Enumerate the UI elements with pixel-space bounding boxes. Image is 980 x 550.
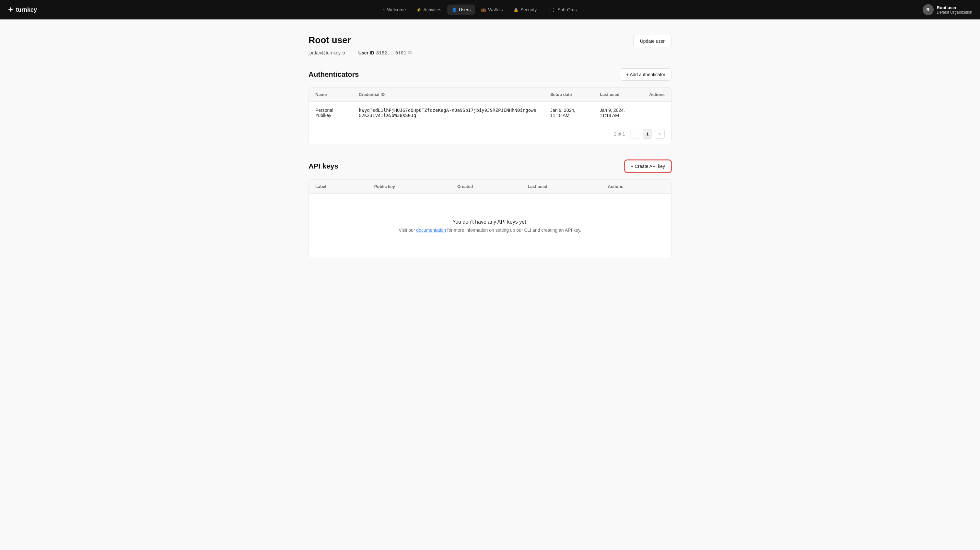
nav-items: ⌂ Welcome ⚡ Activities 👤 Users 💼 Wallets…: [47, 5, 912, 15]
col-setup-date: Setup date: [544, 87, 593, 102]
main-content: Root user Update user jordan@turnkey.io …: [296, 19, 684, 289]
api-keys-table-body: You don't have any API keys yet. Visit o…: [309, 194, 671, 258]
nav-label-activities: Activities: [423, 7, 441, 12]
auth-actions: [643, 102, 671, 124]
api-keys-title: API keys: [309, 162, 338, 170]
api-keys-empty-state: You don't have any API keys yet. Visit o…: [315, 200, 665, 252]
nav-label-security: Security: [520, 7, 537, 12]
col-actions: Actions: [643, 87, 671, 102]
auth-name: Personal Yubikey: [309, 102, 352, 124]
nav-item-welcome[interactable]: ⌂ Welcome: [378, 5, 410, 15]
avatar: R: [923, 4, 934, 15]
nav-item-wallets[interactable]: 💼 Wallets: [476, 5, 507, 15]
authenticators-section: Authenticators + Add authenticator Name …: [309, 68, 671, 144]
lock-icon: 🔒: [513, 8, 519, 12]
api-keys-table-container: Label Public key Created Last used Actio…: [309, 179, 671, 258]
copy-icon[interactable]: ⧉: [408, 50, 412, 56]
pagination-display: 1 of 1: [614, 131, 625, 137]
add-authenticator-button[interactable]: + Add authenticator: [620, 68, 671, 81]
col-last-used: Last used: [593, 87, 643, 102]
page-header: Root user Update user: [309, 35, 671, 47]
user-meta: jordan@turnkey.io User ID 8182...0f01 ⧉: [309, 50, 671, 56]
api-keys-section: API keys + Create API key Label Public k…: [309, 160, 671, 258]
user-id-value: 8182...0f01: [376, 50, 406, 56]
create-api-key-button[interactable]: + Create API key: [625, 160, 671, 173]
authenticators-header: Authenticators + Add authenticator: [309, 68, 671, 81]
col-name: Name: [309, 87, 352, 102]
col-actions: Actions: [601, 180, 671, 194]
pagination-prev-button[interactable]: ‹: [630, 129, 640, 139]
brand-icon: ✦: [8, 6, 13, 14]
authenticators-table: Name Credential ID Setup date Last used …: [309, 87, 671, 124]
auth-setup-date: Jan 9, 2024, 11:18 AM: [544, 102, 593, 124]
nav-item-security[interactable]: 🔒 Security: [509, 5, 541, 15]
col-label: Label: [309, 180, 368, 194]
user-org: Default Organization: [937, 10, 972, 14]
user-name: Root user: [937, 5, 972, 10]
nav-label-welcome: Welcome: [387, 7, 406, 12]
brand-name: turnkey: [16, 6, 37, 13]
api-keys-header: API keys + Create API key: [309, 160, 671, 173]
api-keys-empty-row: You don't have any API keys yet. Visit o…: [309, 194, 671, 258]
authenticators-table-container: Name Credential ID Setup date Last used …: [309, 87, 671, 144]
pagination-next-button[interactable]: ›: [655, 129, 665, 139]
user-menu[interactable]: R Root user Default Organization: [923, 4, 972, 15]
empty-state-title: You don't have any API keys yet.: [322, 219, 658, 225]
auth-last-used: Jan 9, 2024, 11:18 AM: [593, 102, 643, 124]
nav-label-suborgs: Sub-Orgs: [557, 7, 577, 12]
pagination-page-1-button[interactable]: 1: [643, 129, 652, 139]
page-title: Root user: [309, 35, 351, 45]
api-keys-table-header: Label Public key Created Last used Actio…: [309, 180, 671, 194]
user-id-block: User ID 8182...0f01 ⧉: [352, 50, 412, 56]
nav-item-users[interactable]: 👤 Users: [447, 5, 476, 15]
nav-label-wallets: Wallets: [488, 7, 503, 12]
nav-item-suborgs[interactable]: ⋮⋮ Sub-Orgs: [542, 5, 581, 15]
navbar: ✦ turnkey ⌂ Welcome ⚡ Activities 👤 Users…: [0, 0, 980, 19]
suborgs-icon: ⋮⋮: [547, 8, 555, 12]
update-user-button[interactable]: Update user: [633, 35, 671, 47]
home-icon: ⌂: [382, 8, 385, 12]
table-row: Personal Yubikey kWyqTsdL1lhPjHUJG7qQHp6…: [309, 102, 671, 124]
authenticators-table-header: Name Credential ID Setup date Last used …: [309, 87, 671, 102]
empty-desc-before: Visit our: [399, 227, 416, 233]
empty-desc-after: for more information on setting up our C…: [446, 227, 581, 233]
col-credential-id: Credential ID: [352, 87, 544, 102]
empty-state-desc: Visit our documentation for more informa…: [322, 227, 658, 233]
brand-logo[interactable]: ✦ turnkey: [8, 6, 37, 14]
col-last-used: Last used: [521, 180, 601, 194]
col-created: Created: [451, 180, 521, 194]
documentation-link[interactable]: documentation: [416, 227, 446, 233]
api-keys-table: Label Public key Created Last used Actio…: [309, 180, 671, 258]
wallet-icon: 💼: [481, 8, 486, 12]
user-email: jordan@turnkey.io: [309, 50, 345, 56]
authenticators-pagination: 1 of 1 ‹ 1 ›: [309, 124, 671, 144]
lightning-icon: ⚡: [416, 8, 421, 12]
user-info: Root user Default Organization: [937, 5, 972, 14]
nav-item-activities[interactable]: ⚡ Activities: [412, 5, 445, 15]
authenticators-title: Authenticators: [309, 70, 359, 79]
nav-label-users: Users: [459, 7, 471, 12]
auth-credential-id: kWyqTsdL1lhPjHUJG7qQHp6TZfqzeKegA-nOa9Sb…: [352, 102, 544, 124]
user-icon: 👤: [452, 8, 457, 12]
authenticators-table-body: Personal Yubikey kWyqTsdL1lhPjHUJG7qQHp6…: [309, 102, 671, 124]
user-id-label: User ID: [358, 50, 374, 56]
col-public-key: Public key: [368, 180, 451, 194]
